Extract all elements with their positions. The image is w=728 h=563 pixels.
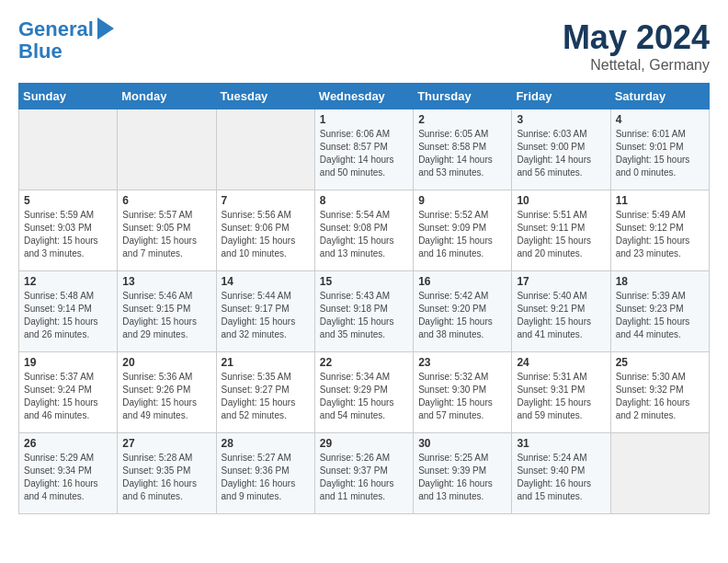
day-number: 19 [24, 356, 112, 369]
day-info: Sunrise: 6:03 AM Sunset: 9:00 PM Dayligh… [517, 128, 605, 179]
calendar-cell: 3Sunrise: 6:03 AM Sunset: 9:00 PM Daylig… [512, 109, 610, 190]
calendar-cell: 17Sunrise: 5:40 AM Sunset: 9:21 PM Dayli… [512, 271, 610, 352]
calendar-cell: 2Sunrise: 6:05 AM Sunset: 8:58 PM Daylig… [414, 109, 512, 190]
day-number: 23 [418, 356, 506, 369]
location: Nettetal, Germany [563, 57, 710, 74]
day-number: 4 [616, 113, 704, 126]
day-info: Sunrise: 5:46 AM Sunset: 9:15 PM Dayligh… [122, 290, 210, 341]
day-info: Sunrise: 5:36 AM Sunset: 9:26 PM Dayligh… [122, 371, 210, 422]
day-number: 9 [418, 194, 506, 207]
calendar-cell: 25Sunrise: 5:30 AM Sunset: 9:32 PM Dayli… [610, 352, 709, 433]
day-info: Sunrise: 5:37 AM Sunset: 9:24 PM Dayligh… [24, 371, 112, 422]
day-number: 5 [24, 194, 112, 207]
day-number: 21 [222, 356, 310, 369]
calendar-cell: 13Sunrise: 5:46 AM Sunset: 9:15 PM Dayli… [118, 271, 216, 352]
day-number: 15 [320, 275, 408, 288]
day-info: Sunrise: 5:26 AM Sunset: 9:37 PM Dayligh… [320, 452, 408, 503]
day-info: Sunrise: 5:25 AM Sunset: 9:39 PM Dayligh… [418, 452, 506, 503]
calendar-cell: 31Sunrise: 5:24 AM Sunset: 9:40 PM Dayli… [512, 433, 610, 514]
weekday-header-row: SundayMondayTuesdayWednesdayThursdayFrid… [19, 84, 710, 109]
day-number: 27 [122, 437, 210, 450]
day-info: Sunrise: 5:30 AM Sunset: 9:32 PM Dayligh… [616, 371, 704, 422]
day-info: Sunrise: 5:29 AM Sunset: 9:34 PM Dayligh… [24, 452, 112, 503]
day-info: Sunrise: 5:42 AM Sunset: 9:20 PM Dayligh… [418, 290, 506, 341]
day-info: Sunrise: 5:34 AM Sunset: 9:29 PM Dayligh… [320, 371, 408, 422]
day-info: Sunrise: 5:39 AM Sunset: 9:23 PM Dayligh… [616, 290, 704, 341]
calendar-table: SundayMondayTuesdayWednesdayThursdayFrid… [18, 83, 710, 514]
day-number: 3 [517, 113, 605, 126]
day-info: Sunrise: 5:28 AM Sunset: 9:35 PM Dayligh… [122, 452, 210, 503]
calendar-cell: 8Sunrise: 5:54 AM Sunset: 9:08 PM Daylig… [314, 190, 413, 271]
logo-text: General [18, 18, 94, 40]
calendar-cell [610, 433, 709, 514]
day-number: 30 [418, 437, 506, 450]
day-info: Sunrise: 5:48 AM Sunset: 9:14 PM Dayligh… [24, 290, 112, 341]
month-title: May 2024 [563, 18, 710, 57]
calendar-week-row: 1Sunrise: 6:06 AM Sunset: 8:57 PM Daylig… [19, 109, 710, 190]
calendar-cell: 9Sunrise: 5:52 AM Sunset: 9:09 PM Daylig… [414, 190, 512, 271]
calendar-week-row: 26Sunrise: 5:29 AM Sunset: 9:34 PM Dayli… [19, 433, 710, 514]
calendar-cell: 12Sunrise: 5:48 AM Sunset: 9:14 PM Dayli… [19, 271, 118, 352]
day-info: Sunrise: 5:40 AM Sunset: 9:21 PM Dayligh… [517, 290, 605, 341]
calendar-cell: 20Sunrise: 5:36 AM Sunset: 9:26 PM Dayli… [118, 352, 216, 433]
calendar-cell [216, 109, 314, 190]
day-number: 22 [320, 356, 408, 369]
weekday-header-wednesday: Wednesday [314, 84, 413, 109]
calendar-cell: 14Sunrise: 5:44 AM Sunset: 9:17 PM Dayli… [216, 271, 314, 352]
day-info: Sunrise: 5:57 AM Sunset: 9:05 PM Dayligh… [122, 209, 210, 260]
weekday-header-tuesday: Tuesday [216, 84, 314, 109]
day-number: 14 [222, 275, 310, 288]
title-block: May 2024 Nettetal, Germany [563, 18, 710, 74]
calendar-week-row: 5Sunrise: 5:59 AM Sunset: 9:03 PM Daylig… [19, 190, 710, 271]
day-number: 16 [418, 275, 506, 288]
logo-arrow-icon [97, 17, 114, 40]
calendar-cell: 22Sunrise: 5:34 AM Sunset: 9:29 PM Dayli… [314, 352, 413, 433]
day-number: 28 [222, 437, 310, 450]
calendar-week-row: 12Sunrise: 5:48 AM Sunset: 9:14 PM Dayli… [19, 271, 710, 352]
day-number: 29 [320, 437, 408, 450]
day-info: Sunrise: 5:43 AM Sunset: 9:18 PM Dayligh… [320, 290, 408, 341]
day-number: 2 [418, 113, 506, 126]
day-number: 10 [517, 194, 605, 207]
weekday-header-sunday: Sunday [19, 84, 118, 109]
weekday-header-saturday: Saturday [610, 84, 709, 109]
day-info: Sunrise: 5:51 AM Sunset: 9:11 PM Dayligh… [517, 209, 605, 260]
logo: General Blue [18, 18, 114, 63]
day-info: Sunrise: 5:52 AM Sunset: 9:09 PM Dayligh… [418, 209, 506, 260]
day-number: 26 [24, 437, 112, 450]
calendar-cell: 23Sunrise: 5:32 AM Sunset: 9:30 PM Dayli… [414, 352, 512, 433]
calendar-cell: 11Sunrise: 5:49 AM Sunset: 9:12 PM Dayli… [610, 190, 709, 271]
weekday-header-monday: Monday [118, 84, 216, 109]
calendar-cell: 5Sunrise: 5:59 AM Sunset: 9:03 PM Daylig… [19, 190, 118, 271]
day-info: Sunrise: 5:31 AM Sunset: 9:31 PM Dayligh… [517, 371, 605, 422]
day-info: Sunrise: 5:35 AM Sunset: 9:27 PM Dayligh… [222, 371, 310, 422]
logo-subtext: Blue [18, 40, 63, 63]
weekday-header-thursday: Thursday [414, 84, 512, 109]
calendar-cell: 7Sunrise: 5:56 AM Sunset: 9:06 PM Daylig… [216, 190, 314, 271]
calendar-cell [118, 109, 216, 190]
day-number: 20 [122, 356, 210, 369]
calendar-cell: 10Sunrise: 5:51 AM Sunset: 9:11 PM Dayli… [512, 190, 610, 271]
day-info: Sunrise: 5:24 AM Sunset: 9:40 PM Dayligh… [517, 452, 605, 503]
day-info: Sunrise: 5:44 AM Sunset: 9:17 PM Dayligh… [222, 290, 310, 341]
calendar-cell: 18Sunrise: 5:39 AM Sunset: 9:23 PM Dayli… [610, 271, 709, 352]
day-number: 11 [616, 194, 704, 207]
day-number: 7 [222, 194, 310, 207]
day-number: 25 [616, 356, 704, 369]
day-number: 12 [24, 275, 112, 288]
calendar-cell: 16Sunrise: 5:42 AM Sunset: 9:20 PM Dayli… [414, 271, 512, 352]
day-number: 17 [517, 275, 605, 288]
page-header: General Blue May 2024 Nettetal, Germany [18, 18, 710, 74]
calendar-cell: 24Sunrise: 5:31 AM Sunset: 9:31 PM Dayli… [512, 352, 610, 433]
calendar-cell: 29Sunrise: 5:26 AM Sunset: 9:37 PM Dayli… [314, 433, 413, 514]
calendar-cell: 4Sunrise: 6:01 AM Sunset: 9:01 PM Daylig… [610, 109, 709, 190]
calendar-week-row: 19Sunrise: 5:37 AM Sunset: 9:24 PM Dayli… [19, 352, 710, 433]
day-info: Sunrise: 5:27 AM Sunset: 9:36 PM Dayligh… [222, 452, 310, 503]
calendar-cell [19, 109, 118, 190]
day-info: Sunrise: 5:32 AM Sunset: 9:30 PM Dayligh… [418, 371, 506, 422]
day-info: Sunrise: 5:59 AM Sunset: 9:03 PM Dayligh… [24, 209, 112, 260]
calendar-cell: 26Sunrise: 5:29 AM Sunset: 9:34 PM Dayli… [19, 433, 118, 514]
day-info: Sunrise: 6:05 AM Sunset: 8:58 PM Dayligh… [418, 128, 506, 179]
calendar-cell: 28Sunrise: 5:27 AM Sunset: 9:36 PM Dayli… [216, 433, 314, 514]
calendar-cell: 6Sunrise: 5:57 AM Sunset: 9:05 PM Daylig… [118, 190, 216, 271]
